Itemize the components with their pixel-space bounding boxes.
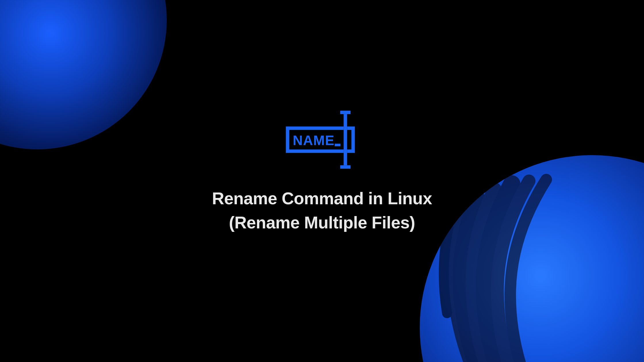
svg-rect-5: [335, 144, 340, 146]
rename-icon: NAME: [281, 109, 363, 171]
page-title: Rename Command in Linux (Rename Multiple…: [212, 187, 432, 235]
title-line-2: (Rename Multiple Files): [229, 213, 415, 232]
svg-text:NAME: NAME: [293, 133, 334, 148]
decorative-orb-bottom-right: [420, 155, 644, 362]
title-line-1: Rename Command in Linux: [212, 189, 432, 208]
decorative-orb-top-left: [0, 0, 167, 149]
main-content: NAME Rename Command in Linux (Rename Mul…: [212, 109, 432, 235]
